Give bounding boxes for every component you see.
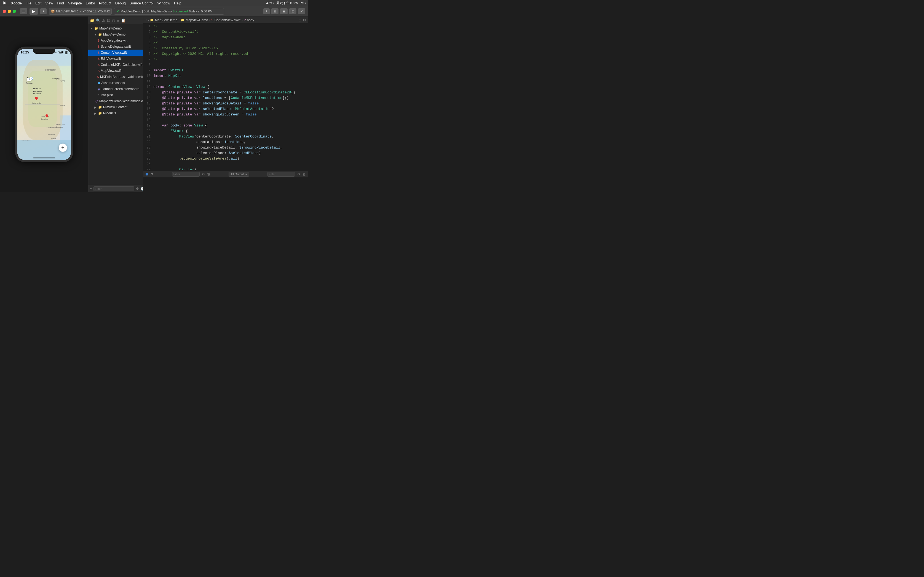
code-line-24: 24 selectedPlace: $selectedPlace)	[144, 150, 308, 156]
line-content-12: struct ContentView: View {	[153, 84, 308, 90]
menu-editor[interactable]: Editor	[86, 1, 95, 5]
code-line-17: 17 @State private var showingEditScreen …	[144, 112, 308, 118]
debug-hide-btn[interactable]: ▼	[150, 172, 154, 176]
line-content-16: @State private var selectedPlace: MKPoin…	[153, 106, 308, 112]
fullscreen-button[interactable]: ⤢	[298, 8, 305, 15]
breadcrumb-contentview[interactable]: ContentView.swift	[215, 18, 241, 22]
menu-help[interactable]: Help	[174, 1, 181, 5]
tree-item-mapview[interactable]: S MapView.swift	[88, 68, 143, 74]
add-editor-button[interactable]: +	[263, 8, 270, 15]
menu-navigate[interactable]: Navigate	[68, 1, 82, 5]
breadcrumb-body[interactable]: body	[247, 18, 254, 22]
xcode-window: ☰ ▶ ■ 📦 MapViewDemo › iPhone 11 Pro Max …	[0, 6, 308, 192]
tree-item-datamodel[interactable]: ⬡ MapViewDemo.xcdatamodeld	[88, 98, 143, 104]
tree-item-codable[interactable]: S CodableMKP...Codable.swift	[88, 62, 143, 68]
layout-button-1[interactable]: ▣	[280, 8, 288, 15]
file-label-10: Info.plist	[100, 93, 113, 97]
line-content-21: MapView(centerCoordinate: $centerCoordin…	[153, 134, 308, 139]
code-line-19: 19 var body: some View {	[144, 123, 308, 128]
add-location-button[interactable]: +	[59, 143, 67, 152]
tree-item-contentview[interactable]: S ContentView.swift	[88, 50, 143, 56]
menu-source-control[interactable]: Source Control	[129, 1, 153, 5]
file-label-6: MapView.swift	[101, 69, 121, 73]
breadcrumb-mapviewdemo-1[interactable]: MapViewDemo	[155, 18, 177, 22]
menu-product[interactable]: Product	[99, 1, 111, 5]
tree-root[interactable]: ▼ 📁 MapViewDemo	[88, 25, 143, 31]
debug-nav-icon[interactable]: ⬡	[112, 18, 115, 23]
menu-window[interactable]: Window	[157, 1, 170, 5]
search-nav-icon[interactable]: 🔍	[96, 18, 100, 23]
breakpoint-nav-icon[interactable]: ◈	[116, 18, 120, 23]
close-button[interactable]	[3, 10, 6, 13]
console-filter-input[interactable]	[268, 172, 295, 177]
line-content-19: var body: some View {	[153, 123, 308, 128]
apple-icon[interactable]: ⌘	[2, 1, 6, 5]
output-selector[interactable]: All Output ⌄	[229, 172, 249, 177]
warning-nav-icon[interactable]: ⚠	[102, 18, 105, 23]
filter-recent-button[interactable]: 🕐	[141, 187, 144, 191]
home-indicator[interactable]	[33, 157, 55, 158]
code-line-21: 21 MapView(centerCoordinate: $centerCoor…	[144, 134, 308, 139]
menu-find[interactable]: Find	[57, 1, 64, 5]
file-label-4: EditView.swift	[101, 57, 121, 61]
back-button[interactable]: ‹	[145, 18, 147, 22]
menu-file[interactable]: File	[26, 1, 31, 5]
maximize-button[interactable]	[13, 10, 16, 13]
grid-view-icon[interactable]: ⊞	[299, 18, 301, 22]
code-line-8: 8	[144, 62, 308, 68]
debug-toolbar: ▼ ⚙ 🗑 All Output ⌄ ⚙ 🗑	[144, 171, 308, 178]
tree-item-mkpoint[interactable]: S MKPointAnno...servable.swift	[88, 74, 143, 80]
tree-item-products[interactable]: ▶ 📁 Products	[88, 110, 143, 116]
root-folder-icon: 📁	[94, 27, 98, 30]
tree-item-editview[interactable]: S EditView.swift	[88, 56, 143, 62]
console-filter-options[interactable]: ⚙	[297, 172, 300, 176]
filter-input[interactable]	[94, 186, 134, 191]
test-nav-icon[interactable]: ☑	[107, 18, 110, 23]
inspector-icon[interactable]: ⊟	[303, 18, 306, 22]
file-label-8: Assets.xcassets	[101, 81, 125, 85]
code-line-15: 15 @State private var showingPlaceDetail…	[144, 101, 308, 106]
tree-item-preview[interactable]: ▶ 📁 Preview Content	[88, 104, 143, 110]
line-number-9: 9	[144, 68, 153, 73]
report-nav-icon[interactable]: 📋	[121, 18, 126, 23]
menu-view[interactable]: View	[45, 1, 53, 5]
add-file-button[interactable]: +	[90, 187, 92, 191]
filter-options-button[interactable]: ⚙	[136, 187, 139, 191]
run-button[interactable]: ▶	[29, 8, 38, 15]
code-editor[interactable]: 1 // 2 // ContentView.swift 3 // MapView…	[144, 24, 308, 170]
tree-item-plist[interactable]: ≡ Info.plist	[88, 92, 143, 98]
stop-button[interactable]: ■	[40, 8, 47, 15]
console-clear-btn[interactable]: 🗑	[302, 172, 306, 176]
minimize-button[interactable]	[8, 10, 11, 13]
xcdatamodel-icon: ⬡	[95, 100, 98, 103]
debug-clear-btn[interactable]: 🗑	[207, 172, 210, 176]
scheme-selector[interactable]: 📦 MapViewDemo › iPhone 11 Pro Max	[49, 8, 111, 15]
menu-debug[interactable]: Debug	[115, 1, 126, 5]
line-number-26: 26	[144, 161, 153, 167]
navigator-toggle-button[interactable]: ☰	[20, 8, 27, 15]
tree-group-mapviewdemo[interactable]: ▼ 📁 MapViewDemo	[88, 31, 143, 37]
breadcrumb-mapviewdemo-2[interactable]: MapViewDemo	[186, 18, 208, 22]
file-label-3: ContentView.swift	[101, 51, 127, 55]
storyboard-icon: ◉	[98, 87, 100, 91]
iphone-frame: Ulaanbaatar ★Beijing Pyong PEOPLE'SREPUB…	[15, 47, 73, 162]
menu-edit[interactable]: Edit	[35, 1, 41, 5]
split-editor-button[interactable]: ⊟	[271, 8, 278, 15]
forward-button[interactable]: ›	[148, 18, 149, 22]
tree-item-scenedelegate[interactable]: S SceneDelegate.swift	[88, 44, 143, 50]
map-label-beijing: ★Beijing	[52, 78, 60, 80]
tree-item-assets[interactable]: ◼ Assets.xcassets	[88, 80, 143, 86]
tree-item-launchscreen[interactable]: ◉ LaunchScreen.storyboard	[88, 86, 143, 92]
breadcrumb-folder-icon-2: 📁	[181, 18, 184, 22]
line-number-10: 10	[144, 73, 153, 79]
debug-indicator	[145, 173, 149, 176]
line-content-23: showingPlaceDetail: $showingPlaceDetail,	[153, 145, 308, 150]
layout-button-2[interactable]: ⊡	[289, 8, 296, 15]
build-status-bar[interactable]: ✓ MapViewDemo | Build MapViewDemo: Succe…	[114, 8, 224, 15]
tree-item-appdelegate[interactable]: S AppDelegate.swift	[88, 37, 143, 44]
debug-filter-options[interactable]: ⚙	[202, 172, 205, 176]
menu-app[interactable]: Xcode	[11, 1, 22, 5]
folder-icon[interactable]: 📁	[90, 18, 94, 23]
map-info-bubble[interactable]: A i	[27, 78, 31, 81]
debug-filter-input[interactable]	[172, 172, 200, 177]
